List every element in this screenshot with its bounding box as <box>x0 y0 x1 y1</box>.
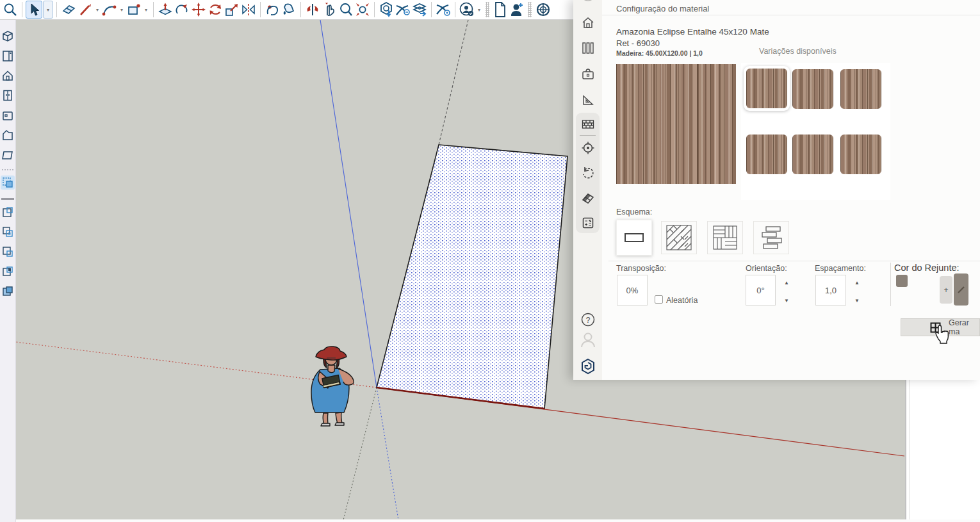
select-tool-button[interactable] <box>26 1 42 19</box>
svg-text:?: ? <box>585 316 590 325</box>
blue-axis-dotted <box>377 387 398 519</box>
brand-logo-icon <box>578 359 598 374</box>
calculator-icon[interactable] <box>578 215 598 231</box>
module-wardrobe-icon[interactable] <box>1 88 15 102</box>
user-icon[interactable] <box>578 332 598 347</box>
variation-thumb-6[interactable] <box>840 135 881 174</box>
transposicao-label: Transposição: <box>616 264 666 273</box>
group-4-icon[interactable] <box>1 265 15 279</box>
flip-tool-icon[interactable] <box>304 1 321 18</box>
esquema-herringbone-button[interactable] <box>661 221 697 254</box>
followme-tool-icon[interactable] <box>174 1 190 18</box>
mirror-tool-icon[interactable] <box>240 1 257 18</box>
espacamento-spin-down[interactable]: ▼ <box>853 296 862 305</box>
plugin-gear-icon[interactable] <box>534 1 551 18</box>
zoom-extents-tool-icon[interactable] <box>354 1 371 18</box>
variation-thumb-3[interactable] <box>840 69 881 109</box>
account-icon[interactable] <box>459 1 475 18</box>
module-house-icon[interactable] <box>1 128 15 142</box>
plugin-cut-settings-icon[interactable] <box>435 1 452 18</box>
espacamento-input[interactable]: 1,0 <box>815 275 846 306</box>
module-home-icon[interactable] <box>1 69 15 83</box>
module-box-icon[interactable] <box>1 29 15 43</box>
home-icon[interactable] <box>578 15 598 31</box>
aleatoria-checkbox[interactable] <box>655 295 663 304</box>
rejunte-brush-button[interactable] <box>954 273 968 306</box>
scale-tool-icon[interactable] <box>224 1 240 18</box>
tool-selected-face-icon[interactable] <box>1 175 15 190</box>
select-tool-dropdown[interactable]: ▾ <box>43 1 53 19</box>
orientacao-spin-up[interactable]: ▲ <box>782 278 791 287</box>
material-name: Amazonia Eclipse Entalhe 45x120 Mate <box>616 27 769 37</box>
toolbar-grip-2[interactable] <box>528 2 532 17</box>
sidebar-divider-dotted <box>2 169 13 170</box>
esquema-basketweave-button[interactable] <box>707 221 743 254</box>
group-5-icon[interactable] <box>1 284 15 298</box>
espacamento-label: Espaçamento: <box>815 264 866 273</box>
columns-icon[interactable] <box>578 40 598 56</box>
aleatoria-label: Aleatória <box>666 296 698 305</box>
material-code: Ret - 69030 <box>616 38 660 48</box>
paint-bucket-tool-icon[interactable] <box>281 1 297 18</box>
rejunte-color-swatch[interactable] <box>896 275 908 287</box>
target-icon[interactable] <box>578 140 598 156</box>
variation-thumb-4[interactable] <box>746 135 787 174</box>
transposicao-input[interactable]: 0% <box>617 275 648 306</box>
pushpull-tool-icon[interactable] <box>157 1 174 18</box>
panel-icon-strip: ? <box>573 0 602 380</box>
material-spec: Madeira: 45.00X120.00 | 1,0 <box>616 49 703 57</box>
zoom-lens-tool-icon[interactable] <box>338 1 354 18</box>
group-2-icon[interactable] <box>1 225 15 239</box>
pan-tool-icon[interactable] <box>321 1 338 18</box>
arc-tool-caret[interactable]: ▾ <box>118 7 126 13</box>
arc-tool-icon[interactable] <box>101 1 118 18</box>
panel-content: Configuração do material Amazonia Eclips… <box>602 0 980 380</box>
orientacao-input[interactable]: 0° <box>746 275 776 306</box>
window-edge-line <box>905 380 906 519</box>
material-config-panel: ? Configuração do material Amazonia Ecli… <box>573 0 980 380</box>
plugin-cut-sync-icon[interactable] <box>395 1 411 18</box>
esquema-single-button[interactable] <box>616 220 652 256</box>
window-edge-line-2 <box>909 380 910 519</box>
controls-vertical-divider <box>890 263 891 306</box>
variation-thumb-5[interactable] <box>792 135 833 174</box>
move-tool-icon[interactable] <box>190 1 207 18</box>
line-tool-caret[interactable]: ▾ <box>94 7 101 13</box>
undo-icon[interactable] <box>578 165 598 181</box>
green-axis-dotted <box>343 387 377 519</box>
eraser-tool-icon[interactable] <box>60 1 77 18</box>
offset-tool-icon[interactable] <box>264 1 281 18</box>
account-caret[interactable]: ▾ <box>475 7 483 13</box>
plugin-layers-send-icon[interactable] <box>411 1 428 18</box>
line-tool-icon[interactable] <box>77 1 94 18</box>
rectangle-tool-caret[interactable]: ▾ <box>142 7 150 13</box>
esquema-staggered-button[interactable] <box>753 221 789 254</box>
module-drawer-icon[interactable] <box>1 108 15 122</box>
plugin-export-icon[interactable] <box>378 1 395 18</box>
module-panel-icon[interactable] <box>1 148 15 162</box>
group-1-icon[interactable] <box>1 205 15 219</box>
scale-figure <box>311 347 354 426</box>
guide-dashed-line <box>439 20 468 145</box>
bricks-icon[interactable] <box>578 117 598 132</box>
variation-thumb-2[interactable] <box>792 69 833 109</box>
help-icon[interactable]: ? <box>578 312 598 327</box>
header-divider <box>602 15 980 15</box>
rotate-tool-icon[interactable] <box>207 1 224 18</box>
collapse-circle-icon[interactable] <box>578 0 598 6</box>
toolbar-grip[interactable] <box>486 2 489 17</box>
controls-divider <box>608 261 980 261</box>
briefcase-icon[interactable] <box>578 66 598 81</box>
zoom-tool-icon[interactable] <box>2 1 19 18</box>
rectangle-tool-icon[interactable] <box>126 1 142 18</box>
orientacao-spin-down[interactable]: ▼ <box>782 296 791 305</box>
module-cabinet-icon[interactable] <box>1 49 15 63</box>
add-person-icon[interactable] <box>509 1 525 18</box>
variation-thumb-1[interactable] <box>746 69 787 108</box>
setsquare-icon[interactable] <box>578 92 598 108</box>
new-document-icon[interactable] <box>492 1 509 18</box>
group-3-icon[interactable] <box>1 245 15 259</box>
rejunte-add-button[interactable]: + <box>940 276 952 304</box>
espacamento-spin-up[interactable]: ▲ <box>853 278 862 287</box>
strip-eraser-icon[interactable] <box>578 190 598 206</box>
